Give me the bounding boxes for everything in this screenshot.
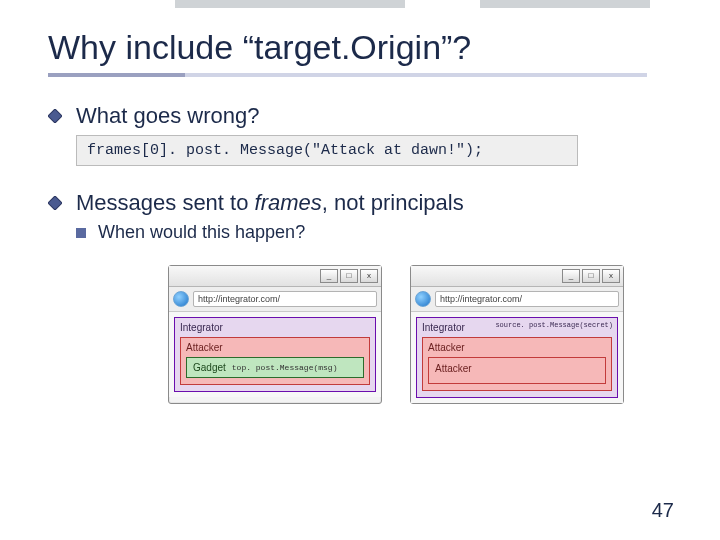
page-number: 47 [652,499,674,522]
integrator-frame: Integrator Attacker Gadget top. post.Mes… [174,317,376,392]
titlebar: _ □ x [411,266,623,287]
attacker-inner-label: Attacker [435,363,599,374]
maximize-button[interactable]: □ [340,269,358,283]
svg-rect-0 [48,109,62,123]
diamond-icon [48,109,66,127]
source-code-label: source. post.Message(secret) [495,321,613,329]
integrator-frame: Integrator source. post.Message(secret) … [416,317,618,398]
square-icon [76,228,86,238]
maximize-button[interactable]: □ [582,269,600,283]
bullet-2-post: , not principals [322,190,464,215]
minimize-button[interactable]: _ [320,269,338,283]
bullet-2: Messages sent to frames, not principals [48,190,672,216]
attacker-frame: Attacker Attacker [422,337,612,391]
url-field[interactable]: http://integrator.com/ [193,291,377,307]
bullet-2-ital: frames [255,190,322,215]
slide-content: What goes wrong? frames[0]. post. Messag… [48,103,672,404]
slide: Why include “target.Origin”? What goes w… [0,0,720,404]
sub-bullet-1-text: When would this happen? [98,222,305,243]
sub-bullet-1: When would this happen? [76,222,672,243]
gadget-label: Gadget [193,362,226,373]
title-rule [48,73,672,77]
globe-icon [173,291,189,307]
gadget-frame: Gadget top. post.Message(msg) [186,357,364,378]
address-bar: http://integrator.com/ [411,287,623,312]
diagram-row: _ □ x http://integrator.com/ Integrator … [168,265,672,404]
top-accent [0,0,720,10]
browser-window-right: _ □ x http://integrator.com/ Integrator … [410,265,624,404]
close-button[interactable]: x [602,269,620,283]
bullet-1-text: What goes wrong? [76,103,259,129]
attacker-label: Attacker [186,342,364,353]
viewport: Integrator Attacker Gadget top. post.Mes… [169,312,381,397]
address-bar: http://integrator.com/ [169,287,381,312]
bullet-2-text: Messages sent to frames, not principals [76,190,464,216]
code-box: frames[0]. post. Message("Attack at dawn… [76,135,578,166]
svg-rect-1 [48,196,62,210]
attacker-label: Attacker [428,342,606,353]
integrator-label: Integrator [180,322,370,333]
bullet-1: What goes wrong? [48,103,672,129]
close-button[interactable]: x [360,269,378,283]
minimize-button[interactable]: _ [562,269,580,283]
url-field[interactable]: http://integrator.com/ [435,291,619,307]
attacker-inner-frame: Attacker [428,357,606,384]
bullet-2-pre: Messages sent to [76,190,255,215]
attacker-frame: Attacker Gadget top. post.Message(msg) [180,337,370,385]
gadget-code: top. post.Message(msg) [232,363,338,372]
browser-window-left: _ □ x http://integrator.com/ Integrator … [168,265,382,404]
diamond-icon [48,196,66,214]
viewport: Integrator source. post.Message(secret) … [411,312,623,403]
titlebar: _ □ x [169,266,381,287]
globe-icon [415,291,431,307]
slide-title: Why include “target.Origin”? [48,28,672,67]
